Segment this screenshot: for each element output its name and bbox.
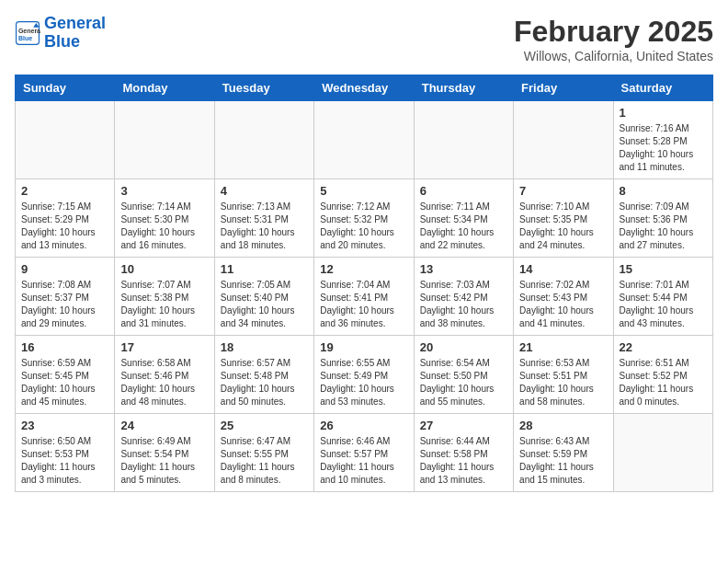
calendar-day-cell xyxy=(514,101,613,179)
calendar-day-cell: 7Sunrise: 7:10 AM Sunset: 5:35 PM Daylig… xyxy=(514,179,613,258)
day-number: 27 xyxy=(420,419,507,432)
day-info: Sunrise: 6:51 AM Sunset: 5:52 PM Dayligh… xyxy=(620,357,707,408)
calendar-day-cell: 17Sunrise: 6:58 AM Sunset: 5:46 PM Dayli… xyxy=(115,336,214,414)
calendar-day-cell xyxy=(115,101,214,179)
day-number: 10 xyxy=(120,262,208,276)
day-number: 16 xyxy=(21,340,108,354)
day-number: 5 xyxy=(320,184,407,198)
page-header: General Blue General Blue February 2025 … xyxy=(15,15,713,63)
day-number: 13 xyxy=(420,262,507,276)
day-info: Sunrise: 6:57 AM Sunset: 5:48 PM Dayligh… xyxy=(221,357,308,408)
calendar-day-cell: 22Sunrise: 6:51 AM Sunset: 5:52 PM Dayli… xyxy=(613,336,712,414)
day-info: Sunrise: 7:08 AM Sunset: 5:37 PM Dayligh… xyxy=(21,279,108,330)
calendar-day-cell: 21Sunrise: 6:53 AM Sunset: 5:51 PM Dayli… xyxy=(514,336,613,414)
calendar-day-cell: 11Sunrise: 7:05 AM Sunset: 5:40 PM Dayli… xyxy=(214,258,313,336)
day-number: 17 xyxy=(120,340,208,354)
day-number: 7 xyxy=(519,184,607,198)
calendar-day-cell xyxy=(613,414,712,492)
day-number: 15 xyxy=(620,262,707,276)
day-number: 8 xyxy=(620,184,707,198)
calendar-day-cell: 10Sunrise: 7:07 AM Sunset: 5:38 PM Dayli… xyxy=(115,258,214,336)
weekday-header: Friday xyxy=(514,75,613,101)
day-number: 22 xyxy=(620,340,707,354)
logo-general: General xyxy=(44,14,106,32)
calendar-day-cell: 19Sunrise: 6:55 AM Sunset: 5:49 PM Dayli… xyxy=(314,336,414,414)
calendar-week-row: 2Sunrise: 7:15 AM Sunset: 5:29 PM Daylig… xyxy=(16,179,713,258)
day-number: 9 xyxy=(21,262,108,276)
day-number: 1 xyxy=(620,106,707,120)
day-number: 3 xyxy=(120,184,208,198)
calendar-day-cell xyxy=(214,101,313,179)
day-number: 20 xyxy=(420,340,507,354)
day-number: 12 xyxy=(320,262,407,276)
calendar-day-cell: 27Sunrise: 6:44 AM Sunset: 5:58 PM Dayli… xyxy=(414,414,513,492)
day-info: Sunrise: 7:16 AM Sunset: 5:28 PM Dayligh… xyxy=(620,122,707,174)
calendar-day-cell: 9Sunrise: 7:08 AM Sunset: 5:37 PM Daylig… xyxy=(16,258,115,336)
calendar-day-cell xyxy=(314,101,414,179)
calendar-week-row: 1Sunrise: 7:16 AM Sunset: 5:28 PM Daylig… xyxy=(16,101,713,179)
day-info: Sunrise: 7:04 AM Sunset: 5:41 PM Dayligh… xyxy=(320,279,407,330)
calendar-day-cell: 12Sunrise: 7:04 AM Sunset: 5:41 PM Dayli… xyxy=(314,258,414,336)
day-info: Sunrise: 7:12 AM Sunset: 5:32 PM Dayligh… xyxy=(320,201,407,252)
calendar-day-cell: 6Sunrise: 7:11 AM Sunset: 5:34 PM Daylig… xyxy=(414,179,513,258)
calendar-day-cell: 20Sunrise: 6:54 AM Sunset: 5:50 PM Dayli… xyxy=(414,336,513,414)
day-number: 25 xyxy=(221,419,308,432)
calendar-day-cell: 24Sunrise: 6:49 AM Sunset: 5:54 PM Dayli… xyxy=(115,414,214,492)
day-info: Sunrise: 6:46 AM Sunset: 5:57 PM Dayligh… xyxy=(320,435,407,487)
logo-blue: Blue xyxy=(44,32,80,51)
day-info: Sunrise: 7:14 AM Sunset: 5:30 PM Dayligh… xyxy=(120,201,208,252)
day-number: 23 xyxy=(21,419,108,432)
calendar-day-cell: 28Sunrise: 6:43 AM Sunset: 5:59 PM Dayli… xyxy=(514,414,613,492)
weekday-header: Saturday xyxy=(613,75,712,101)
logo-text: General Blue xyxy=(44,15,106,52)
calendar-week-row: 16Sunrise: 6:59 AM Sunset: 5:45 PM Dayli… xyxy=(16,336,713,414)
calendar-day-cell: 1Sunrise: 7:16 AM Sunset: 5:28 PM Daylig… xyxy=(613,101,712,179)
day-number: 2 xyxy=(21,184,108,198)
page-subtitle: Willows, California, United States xyxy=(514,49,713,63)
day-number: 18 xyxy=(221,340,308,354)
calendar-day-cell: 4Sunrise: 7:13 AM Sunset: 5:31 PM Daylig… xyxy=(214,179,313,258)
day-info: Sunrise: 7:07 AM Sunset: 5:38 PM Dayligh… xyxy=(120,279,208,330)
day-number: 11 xyxy=(221,262,308,276)
logo: General Blue General Blue xyxy=(15,15,106,52)
day-info: Sunrise: 7:09 AM Sunset: 5:36 PM Dayligh… xyxy=(620,201,707,252)
day-info: Sunrise: 6:50 AM Sunset: 5:53 PM Dayligh… xyxy=(21,435,108,487)
day-number: 21 xyxy=(519,340,607,354)
weekday-header: Monday xyxy=(115,75,214,101)
calendar-day-cell: 18Sunrise: 6:57 AM Sunset: 5:48 PM Dayli… xyxy=(214,336,313,414)
svg-text:General: General xyxy=(18,28,40,34)
day-number: 14 xyxy=(519,262,607,276)
day-info: Sunrise: 6:55 AM Sunset: 5:49 PM Dayligh… xyxy=(320,357,407,408)
calendar-table: SundayMondayTuesdayWednesdayThursdayFrid… xyxy=(15,75,713,492)
day-info: Sunrise: 6:58 AM Sunset: 5:46 PM Dayligh… xyxy=(120,357,208,408)
day-number: 4 xyxy=(221,184,308,198)
calendar-day-cell: 25Sunrise: 6:47 AM Sunset: 5:55 PM Dayli… xyxy=(214,414,313,492)
calendar-day-cell: 16Sunrise: 6:59 AM Sunset: 5:45 PM Dayli… xyxy=(16,336,115,414)
calendar-day-cell: 2Sunrise: 7:15 AM Sunset: 5:29 PM Daylig… xyxy=(16,179,115,258)
page-title: February 2025 xyxy=(514,15,713,49)
day-info: Sunrise: 7:05 AM Sunset: 5:40 PM Dayligh… xyxy=(221,279,308,330)
svg-text:Blue: Blue xyxy=(18,35,32,41)
day-info: Sunrise: 6:59 AM Sunset: 5:45 PM Dayligh… xyxy=(21,357,108,408)
calendar-day-cell: 14Sunrise: 7:02 AM Sunset: 5:43 PM Dayli… xyxy=(514,258,613,336)
day-number: 19 xyxy=(320,340,407,354)
day-number: 28 xyxy=(519,419,607,432)
day-info: Sunrise: 6:53 AM Sunset: 5:51 PM Dayligh… xyxy=(519,357,607,408)
day-info: Sunrise: 6:44 AM Sunset: 5:58 PM Dayligh… xyxy=(420,435,507,487)
day-info: Sunrise: 7:13 AM Sunset: 5:31 PM Dayligh… xyxy=(221,201,308,252)
calendar-day-cell xyxy=(16,101,115,179)
weekday-header: Tuesday xyxy=(214,75,313,101)
day-info: Sunrise: 7:10 AM Sunset: 5:35 PM Dayligh… xyxy=(519,201,607,252)
calendar-header-row: SundayMondayTuesdayWednesdayThursdayFrid… xyxy=(16,75,713,101)
weekday-header: Wednesday xyxy=(314,75,414,101)
calendar-day-cell: 8Sunrise: 7:09 AM Sunset: 5:36 PM Daylig… xyxy=(613,179,712,258)
day-info: Sunrise: 6:43 AM Sunset: 5:59 PM Dayligh… xyxy=(519,435,607,487)
calendar-week-row: 9Sunrise: 7:08 AM Sunset: 5:37 PM Daylig… xyxy=(16,258,713,336)
title-block: February 2025 Willows, California, Unite… xyxy=(514,15,713,63)
calendar-week-row: 23Sunrise: 6:50 AM Sunset: 5:53 PM Dayli… xyxy=(16,414,713,492)
calendar-day-cell: 15Sunrise: 7:01 AM Sunset: 5:44 PM Dayli… xyxy=(613,258,712,336)
calendar-day-cell: 3Sunrise: 7:14 AM Sunset: 5:30 PM Daylig… xyxy=(115,179,214,258)
day-info: Sunrise: 7:15 AM Sunset: 5:29 PM Dayligh… xyxy=(21,201,108,252)
day-info: Sunrise: 6:47 AM Sunset: 5:55 PM Dayligh… xyxy=(221,435,308,487)
logo-icon: General Blue xyxy=(15,20,40,46)
